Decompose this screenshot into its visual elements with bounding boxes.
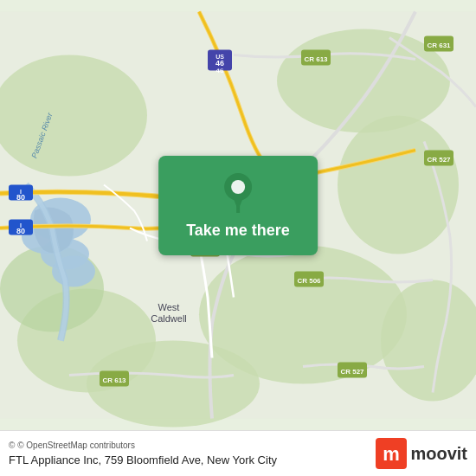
svg-text:CR 527: CR 527: [427, 156, 451, 164]
take-me-there-label: Take me there: [186, 222, 290, 240]
copyright-symbol: ©: [9, 441, 15, 450]
svg-text:m: m: [383, 443, 401, 465]
moovit-logo: m moovit: [376, 438, 467, 469]
svg-text:80: 80: [16, 227, 25, 235]
svg-point-3: [338, 116, 459, 254]
map-area: US 46 US 46 I 80 I 80 CR 613 CR 631 CR 5…: [0, 0, 476, 430]
svg-point-43: [231, 180, 245, 194]
location-address: FTL Appliance Inc, 759 Bloomfield Ave, N…: [9, 453, 277, 466]
svg-text:80: 80: [16, 193, 25, 202]
attribution-label: © OpenStreetMap contributors: [17, 441, 135, 450]
footer-left: © © OpenStreetMap contributors FTL Appli…: [9, 441, 277, 466]
attribution-text: © © OpenStreetMap contributors: [9, 441, 277, 450]
location-pin-icon: [221, 171, 255, 213]
svg-text:Caldwell: Caldwell: [151, 313, 187, 324]
footer: © © OpenStreetMap contributors FTL Appli…: [0, 430, 476, 476]
moovit-brand-icon: m: [376, 438, 407, 469]
svg-text:CR 631: CR 631: [427, 42, 451, 49]
svg-text:46: 46: [215, 59, 224, 68]
svg-text:CR 613: CR 613: [304, 55, 328, 63]
svg-text:CR 527: CR 527: [340, 368, 364, 376]
app-container: US 46 US 46 I 80 I 80 CR 613 CR 631 CR 5…: [0, 0, 476, 476]
take-me-there-button[interactable]: Take me there: [158, 156, 318, 255]
svg-text:West: West: [158, 302, 180, 312]
svg-text:CR 613: CR 613: [102, 376, 126, 384]
moovit-wordmark: moovit: [410, 444, 467, 464]
svg-text:CR 506: CR 506: [297, 277, 321, 285]
